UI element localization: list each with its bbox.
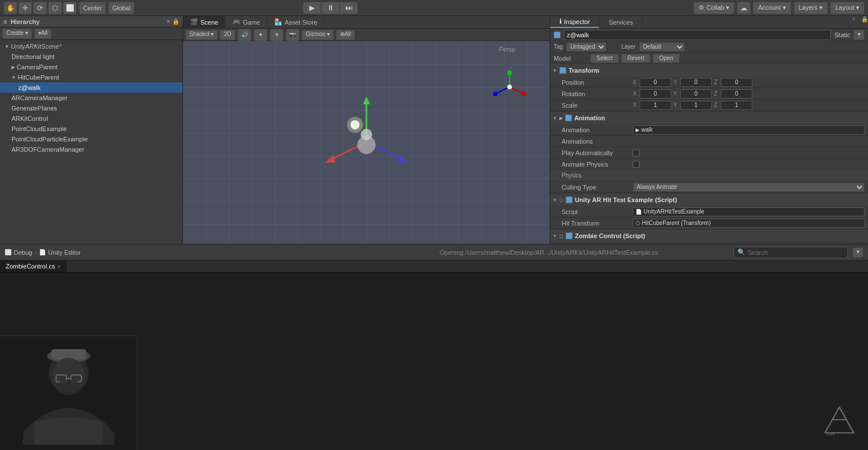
- hit-test-checkbox[interactable]: [566, 196, 573, 203]
- rot-x-input[interactable]: [640, 89, 671, 98]
- file-path: Opening /Users/matthew/Desktop/AR.../Uni…: [369, 249, 729, 256]
- play-button[interactable]: ▶: [303, 2, 321, 14]
- zombie-tab-close[interactable]: ×: [57, 263, 61, 270]
- tab-assetstore[interactable]: 🏪 Asset Store: [267, 16, 325, 29]
- collab-button[interactable]: ⚙ Collab ▾: [693, 2, 735, 14]
- bottom-toolbar: ⬜ Debug › 📄 Unity Editor Opening /Users/…: [0, 244, 868, 260]
- hierarchy-tree: ▼ UnityARKitScene* Directional light ▶ C…: [0, 40, 183, 244]
- rot-z-field: Z: [714, 89, 752, 98]
- inspector-lock[interactable]: 🔒: [861, 16, 868, 28]
- pause-button[interactable]: ⏸: [321, 2, 340, 14]
- scale-z-input[interactable]: [721, 101, 752, 110]
- zombie-code-tab[interactable]: ZombieControl.cs ×: [0, 260, 67, 272]
- tree-item-pointcloudparticle[interactable]: PointCloudParticleExample: [0, 134, 183, 144]
- tree-item-dirlight[interactable]: Directional light: [0, 52, 183, 62]
- rot-y-input[interactable]: [680, 89, 712, 98]
- scene-all-button[interactable]: ⊕All: [336, 30, 355, 40]
- shaded-dropdown[interactable]: Shaded ▾: [186, 30, 218, 40]
- pos-z-field: Z: [714, 78, 752, 87]
- cloud-button[interactable]: ☁: [737, 2, 751, 14]
- zombie-expand: ▼: [553, 234, 557, 239]
- pos-z-input[interactable]: [721, 78, 752, 87]
- layer-select[interactable]: Default: [639, 42, 685, 52]
- tree-item-arcameramanager[interactable]: ARCameraManager: [0, 93, 183, 103]
- step-button[interactable]: ⏭: [340, 2, 358, 14]
- search-input[interactable]: [748, 249, 844, 256]
- gizmos-dropdown[interactable]: Gizmos ▾: [302, 30, 334, 40]
- rotation-row: Rotation X Y Z: [550, 88, 868, 100]
- layers-button[interactable]: Layers ▾: [794, 2, 828, 14]
- audio-button[interactable]: 🔊: [238, 29, 251, 41]
- inspector-object-header: Static ▾: [550, 29, 868, 41]
- breadcrumb: ⬜ Debug › 📄 Unity Editor: [5, 249, 365, 256]
- pointcloud-label: PointCloudExample: [11, 125, 67, 132]
- account-button[interactable]: Account ▾: [753, 2, 791, 14]
- tool-move[interactable]: ✛: [18, 2, 32, 14]
- model-label: Model: [554, 55, 588, 62]
- tab-services[interactable]: Services: [599, 16, 642, 28]
- tab-game[interactable]: 🎮 Game: [226, 16, 267, 29]
- center-button[interactable]: Center: [79, 2, 106, 14]
- static-dropdown[interactable]: ▾: [854, 30, 865, 40]
- zombie-header[interactable]: ▼ ◻ Zombie Control (Script): [550, 230, 868, 242]
- tool-scale[interactable]: ⬡: [48, 2, 62, 14]
- animation-checkbox[interactable]: [565, 115, 572, 121]
- animation-header[interactable]: ▼ ▶ Animation: [550, 112, 868, 124]
- transform-header[interactable]: ▼ Transform: [550, 64, 868, 77]
- tree-item-zwalk[interactable]: z@walk: [0, 82, 183, 93]
- select-button[interactable]: Select: [590, 54, 619, 63]
- tab-scene[interactable]: 🎬 Scene: [183, 16, 226, 29]
- tree-item-hitcubeparent[interactable]: ▼ HitCubeParent: [0, 72, 183, 82]
- tree-item-pointcloud[interactable]: PointCloudExample: [0, 124, 183, 134]
- hierarchy-icon: ≡: [3, 18, 7, 25]
- scene-content[interactable]: Persp Y X: [183, 41, 550, 244]
- generateplanes-label: GeneratePlanes: [11, 105, 57, 112]
- position-value: X Y Z: [633, 78, 865, 87]
- tool-rect[interactable]: ⬜: [63, 2, 77, 14]
- animations-label: Animations: [562, 138, 630, 145]
- animations-row: Animations: [550, 136, 868, 147]
- inspector-close[interactable]: ×: [852, 16, 855, 28]
- fx-button[interactable]: ✦: [254, 29, 267, 41]
- tool-hand[interactable]: ✋: [3, 2, 17, 14]
- 2d-button[interactable]: 2D: [220, 30, 235, 40]
- zombie-checkbox[interactable]: [566, 232, 573, 239]
- dirlight-label: Directional light: [11, 53, 54, 60]
- hit-test-header[interactable]: ▼ ◻ Unity AR Hit Test Example (Script): [550, 194, 868, 206]
- tree-item-cameraparent[interactable]: ▶ CameraParent: [0, 62, 183, 72]
- transform-checkbox[interactable]: [559, 67, 566, 74]
- tree-item-generateplanes[interactable]: GeneratePlanes: [0, 103, 183, 113]
- object-active-checkbox[interactable]: [554, 31, 561, 38]
- rot-z-input[interactable]: [721, 89, 752, 98]
- scale-x-input[interactable]: [640, 101, 671, 110]
- layout-button[interactable]: Layout ▾: [830, 2, 865, 14]
- script-row: Script 📄 UnityARHitTestExample: [550, 206, 868, 218]
- scale-value: X Y Z: [633, 101, 865, 110]
- scene-light-button[interactable]: ☀: [270, 29, 283, 41]
- revert-button[interactable]: Revert: [621, 54, 650, 63]
- open-button[interactable]: Open: [653, 54, 679, 63]
- global-button[interactable]: Global: [108, 2, 135, 14]
- tab-inspector[interactable]: ℹ Inspector: [550, 16, 599, 28]
- scene-label: UnityARKitScene*: [11, 43, 62, 50]
- tree-item-arkitcontrol[interactable]: ARKitControl: [0, 113, 183, 124]
- hierarchy-close[interactable]: ×: [167, 18, 170, 25]
- camera-button[interactable]: 📷: [286, 29, 299, 41]
- bottom-dropdown[interactable]: ▾: [853, 247, 863, 258]
- culling-type-select[interactable]: Always Animate: [633, 183, 865, 192]
- pos-y-input[interactable]: [680, 78, 712, 87]
- tag-row: Tag Untagged Layer Default: [550, 41, 868, 53]
- scale-row: Scale X Y Z: [550, 100, 868, 111]
- pos-x-input[interactable]: [640, 78, 671, 87]
- animate-physics-checkbox[interactable]: [633, 161, 640, 168]
- object-name-field[interactable]: [564, 30, 831, 40]
- tree-item-ar3dof[interactable]: AR3DOFCameraManager: [0, 144, 183, 155]
- tool-rotate[interactable]: ⟳: [33, 2, 47, 14]
- hierarchy-lock[interactable]: 🔒: [172, 18, 179, 25]
- all-button[interactable]: ▾All: [34, 29, 52, 39]
- tree-item-scene[interactable]: ▼ UnityARKitScene*: [0, 41, 183, 52]
- create-button[interactable]: Create ▾: [2, 29, 32, 39]
- scale-y-input[interactable]: [680, 101, 712, 110]
- tag-select[interactable]: Untagged: [566, 42, 606, 52]
- play-auto-checkbox[interactable]: [633, 149, 640, 156]
